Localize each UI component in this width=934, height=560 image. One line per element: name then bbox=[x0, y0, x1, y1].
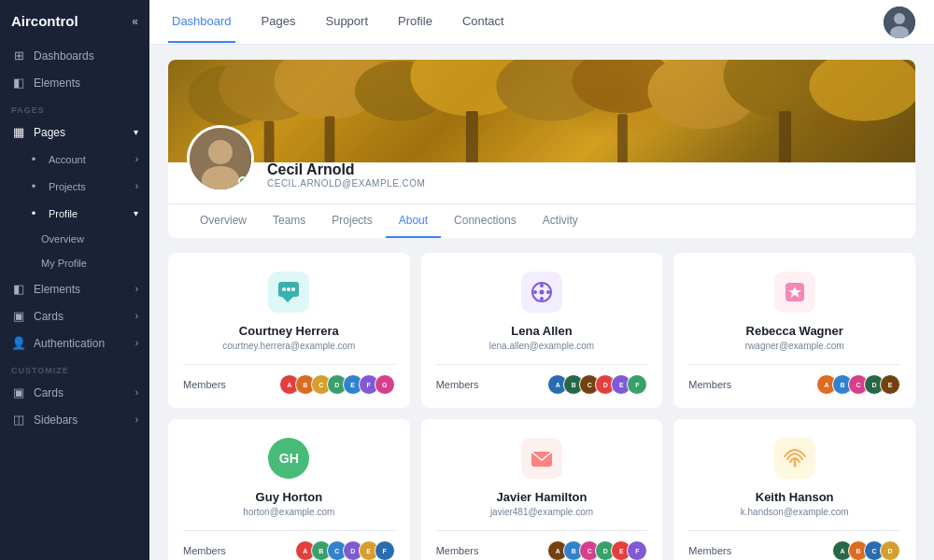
sidebar-item-label: Authentication bbox=[34, 337, 105, 350]
sidebar-item-elements2[interactable]: ◧ Elements › bbox=[0, 275, 149, 302]
tab-overview[interactable]: Overview bbox=[187, 204, 260, 238]
tab-about[interactable]: About bbox=[386, 204, 441, 238]
topnav-item-pages[interactable]: Pages bbox=[258, 1, 300, 43]
svg-point-34 bbox=[539, 290, 544, 295]
main-content: Dashboard Pages Support Profile Contact bbox=[149, 0, 934, 560]
sidebar-item-overview[interactable]: Overview bbox=[0, 227, 149, 251]
team-name-4: Guy Horton bbox=[256, 490, 323, 504]
tab-teams[interactable]: Teams bbox=[260, 204, 318, 238]
tab-projects[interactable]: Projects bbox=[318, 204, 385, 238]
members-avatars-6: A B C D bbox=[832, 540, 900, 560]
tab-connections[interactable]: Connections bbox=[441, 204, 530, 238]
team-name-5: Javier Hamilton bbox=[497, 490, 587, 504]
chevron-right-icon: › bbox=[135, 338, 138, 348]
sidebar-item-sidebars[interactable]: ◫ Sidebars › bbox=[0, 406, 149, 433]
cards-icon: ▣ bbox=[11, 385, 26, 399]
sidebar-item-label: Cards bbox=[34, 310, 64, 323]
section-label-customize: CUSTOMIZE bbox=[0, 357, 149, 379]
chevron-right-icon: › bbox=[135, 181, 138, 191]
topnav: Dashboard Pages Support Profile Contact bbox=[149, 0, 934, 45]
sidebar-item-myprofile[interactable]: My Profile bbox=[0, 251, 149, 275]
members-label-4: Members bbox=[183, 545, 226, 556]
team-members-row-5: Members A B C D E F bbox=[436, 540, 648, 560]
sidebar-item-dashboards[interactable]: ⊞ Dashboards bbox=[0, 42, 149, 69]
members-avatars-5: A B C D E F bbox=[547, 540, 647, 560]
sidebar-item-label: Dashboards bbox=[34, 49, 94, 63]
pages-icon: ▦ bbox=[11, 125, 26, 139]
tab-activity[interactable]: Activity bbox=[530, 204, 591, 238]
team-name-1: Courtney Herrera bbox=[239, 324, 339, 338]
member-avatar: G bbox=[375, 374, 395, 395]
sidebar-item-label: Projects bbox=[49, 181, 86, 192]
team-members-row-6: Members A B C D bbox=[688, 540, 900, 560]
svg-marker-25 bbox=[282, 297, 293, 302]
chevron-right-icon: › bbox=[135, 387, 138, 398]
sidebar-item-pages[interactable]: ▦ Pages ▾ bbox=[0, 119, 149, 146]
profile-name: Cecil Arnold bbox=[267, 161, 425, 178]
team-card-4[interactable]: GH Guy Horton horton@example.com Members… bbox=[168, 419, 410, 560]
svg-point-33 bbox=[546, 290, 550, 294]
team-card-1[interactable]: Courtney Herrera courtney.herrera@exampl… bbox=[168, 253, 410, 408]
avatar-image bbox=[884, 7, 915, 38]
sidebar-item-cards[interactable]: ▣ Cards › bbox=[0, 302, 149, 329]
chevron-down-icon: ▾ bbox=[134, 127, 138, 137]
auth-icon: 👤 bbox=[11, 336, 26, 350]
sidebar-item-elements[interactable]: ◧ Elements bbox=[0, 69, 149, 96]
team-divider-2 bbox=[436, 364, 648, 365]
team-icon-1 bbox=[268, 272, 309, 313]
members-label-1: Members bbox=[183, 379, 226, 390]
team-card-6[interactable]: Keith Hanson k.handson@example.com Membe… bbox=[673, 419, 915, 560]
team-email-4: horton@example.com bbox=[243, 507, 334, 517]
team-card-2[interactable]: Lena Allen lena.allen@example.com Member… bbox=[421, 253, 663, 408]
page-content: Cecil Arnold CECIL.ARNOLD@EXAMPLE.COM Ov… bbox=[149, 45, 934, 560]
svg-point-38 bbox=[793, 465, 796, 468]
members-avatars-2: A B C D E F bbox=[547, 374, 647, 395]
sidebar-item-label: Pages bbox=[34, 126, 65, 139]
team-email-6: k.handson@example.com bbox=[741, 507, 849, 517]
members-avatars-1: A B C D E F G bbox=[279, 374, 395, 395]
members-label-2: Members bbox=[436, 379, 479, 390]
members-avatars-4: A B C D E F bbox=[295, 540, 395, 560]
team-email-2: lena.allen@example.com bbox=[489, 341, 594, 351]
sidebars-icon: ◫ bbox=[11, 413, 26, 427]
team-card-5[interactable]: Javier Hamilton javier481@example.com Me… bbox=[421, 419, 663, 560]
sidebar-item-label: Overview bbox=[41, 233, 84, 245]
chevron-right-icon: › bbox=[135, 284, 138, 294]
team-divider-5 bbox=[436, 530, 648, 531]
sidebar-item-projects[interactable]: • Projects › bbox=[0, 173, 149, 200]
sidebar-item-label: Profile bbox=[49, 208, 78, 219]
member-avatar: F bbox=[627, 374, 647, 395]
grid-icon: ⊞ bbox=[11, 49, 26, 63]
user-avatar[interactable] bbox=[884, 7, 915, 38]
svg-point-26 bbox=[282, 287, 286, 291]
topnav-item-support[interactable]: Support bbox=[321, 1, 372, 43]
sidebar-section-pages: ▦ Pages ▾ • Account › • Projects › • Pro… bbox=[0, 119, 149, 357]
profile-info: Cecil Arnold CECIL.ARNOLD@EXAMPLE.COM bbox=[168, 125, 915, 203]
team-divider-6 bbox=[688, 530, 900, 531]
team-members-row-3: Members A B C D E bbox=[688, 374, 900, 395]
sidebar: Aircontrol « ⊞ Dashboards ◧ Elements PAG… bbox=[0, 0, 149, 560]
topnav-item-contact[interactable]: Contact bbox=[459, 1, 508, 43]
sidebar-item-account[interactable]: • Account › bbox=[0, 146, 149, 173]
chevron-down-icon: ▾ bbox=[134, 208, 138, 218]
team-divider-1 bbox=[183, 364, 395, 365]
sidebar-header: Aircontrol « bbox=[0, 0, 149, 42]
collapse-icon[interactable]: « bbox=[132, 15, 138, 28]
topnav-item-profile[interactable]: Profile bbox=[394, 1, 436, 43]
team-email-1: courtney.herrera@example.com bbox=[222, 341, 355, 351]
sidebar-item-authentication[interactable]: 👤 Authentication › bbox=[0, 329, 149, 357]
chevron-right-icon: › bbox=[135, 154, 138, 164]
sidebar-item-cards2[interactable]: ▣ Cards › bbox=[0, 379, 149, 406]
member-avatar: E bbox=[880, 374, 900, 395]
members-avatars-3: A B C D E bbox=[816, 374, 900, 395]
topnav-item-dashboard[interactable]: Dashboard bbox=[168, 1, 235, 43]
team-divider-3 bbox=[688, 364, 900, 365]
members-label-3: Members bbox=[688, 379, 731, 390]
svg-point-12 bbox=[809, 60, 915, 121]
sidebar-item-profile[interactable]: • Profile ▾ bbox=[0, 200, 149, 227]
team-members-row-4: Members A B C D E F bbox=[183, 540, 395, 560]
team-card-3[interactable]: Rebecca Wagner rwagner@example.com Membe… bbox=[673, 253, 915, 408]
profile-card: Cecil Arnold CECIL.ARNOLD@EXAMPLE.COM Ov… bbox=[168, 60, 915, 238]
svg-point-31 bbox=[540, 297, 544, 301]
team-name-6: Keith Hanson bbox=[756, 490, 834, 504]
